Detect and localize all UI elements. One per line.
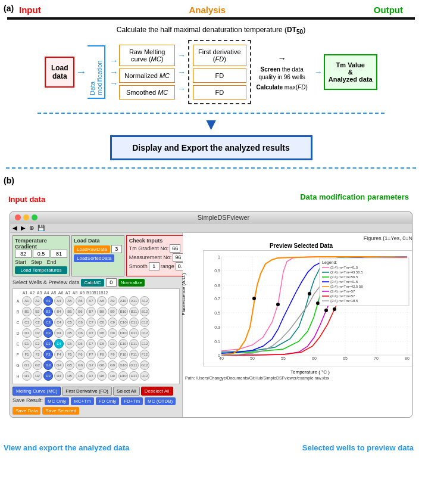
well-d8[interactable]: D8 [97, 328, 107, 338]
well-b4[interactable]: B4 [54, 307, 64, 316]
well-g5[interactable]: G5 [65, 360, 74, 370]
well-e1[interactable]: E1 [22, 339, 32, 349]
temp-start-input[interactable] [15, 250, 32, 258]
well-a3[interactable]: A3 [43, 296, 53, 306]
normalize-btn[interactable]: Normalize [118, 279, 145, 287]
well-e9[interactable]: E9 [108, 339, 117, 349]
well-f1[interactable]: F1 [22, 350, 32, 359]
well-g7[interactable]: G7 [86, 360, 96, 370]
well-f8[interactable]: F8 [97, 350, 107, 359]
well-f10[interactable]: F10 [118, 350, 128, 359]
well-f11[interactable]: F11 [129, 350, 139, 359]
load-temps-btn[interactable]: Load Temperatures [15, 266, 67, 274]
well-c8[interactable]: C8 [97, 318, 107, 327]
well-b2[interactable]: B2 [33, 307, 42, 316]
well-e3[interactable]: E3 [43, 339, 53, 349]
tab-mc[interactable]: Melting Curve (MC) [12, 387, 61, 396]
well-e6[interactable]: E6 [76, 339, 85, 349]
calc-mc-btn[interactable]: CalcMC [81, 279, 104, 287]
save-fd-tm-btn[interactable]: FD+Tm [121, 397, 143, 405]
well-e10[interactable]: E10 [118, 339, 128, 349]
well-g3[interactable]: G3 [43, 360, 53, 370]
well-g2[interactable]: G2 [33, 360, 42, 370]
well-c2[interactable]: C2 [33, 318, 42, 327]
well-h8[interactable]: H8 [97, 371, 107, 381]
well-f7[interactable]: F7 [86, 350, 96, 359]
well-h1[interactable]: H1 [22, 371, 32, 381]
well-d6[interactable]: D6 [76, 328, 85, 338]
well-a2[interactable]: A2 [33, 296, 42, 306]
temp-step-input[interactable] [33, 250, 49, 258]
well-h4[interactable]: H4 [54, 371, 64, 381]
well-e5[interactable]: E5 [65, 339, 74, 349]
temp-end-input[interactable] [51, 250, 67, 258]
well-h9[interactable]: H9 [108, 371, 117, 381]
well-e11[interactable]: E11 [129, 339, 139, 349]
well-c5[interactable]: C5 [65, 318, 74, 327]
well-g12[interactable]: G12 [140, 360, 149, 370]
well-b8[interactable]: B8 [97, 307, 107, 316]
well-d3[interactable]: D3 [43, 328, 53, 338]
well-g11[interactable]: G11 [129, 360, 139, 370]
save-mc-only-btn[interactable]: MC Only [45, 397, 69, 405]
well-g4[interactable]: G4 [54, 360, 64, 370]
well-c6[interactable]: C6 [76, 318, 85, 327]
well-b6[interactable]: B6 [76, 307, 85, 316]
well-h5[interactable]: H5 [65, 371, 74, 381]
well-h2[interactable]: H2 [33, 371, 42, 381]
well-f12[interactable]: F12 [140, 350, 149, 359]
save-data-btn[interactable]: Save Data [12, 407, 40, 415]
well-h11[interactable]: H11 [129, 371, 139, 381]
well-a5[interactable]: A5 [65, 296, 74, 306]
save-mc-otdb-btn[interactable]: MC (OTDB) [145, 397, 176, 405]
well-b7[interactable]: B7 [86, 307, 96, 316]
well-e12[interactable]: E12 [140, 339, 149, 349]
well-f5[interactable]: F5 [65, 350, 74, 359]
well-d7[interactable]: D7 [86, 328, 96, 338]
well-c3[interactable]: C3 [43, 318, 53, 327]
well-b1[interactable]: B1 [22, 307, 32, 316]
well-g9[interactable]: G9 [108, 360, 117, 370]
well-a12[interactable]: A12 [140, 296, 149, 306]
load-raw-btn[interactable]: LoadRawData [74, 245, 110, 253]
toolbar-back[interactable]: ◀ [12, 225, 17, 231]
well-d4[interactable]: D4 [54, 328, 64, 338]
well-g6[interactable]: G6 [76, 360, 85, 370]
well-a8[interactable]: A8 [97, 296, 107, 306]
well-d12[interactable]: D12 [140, 328, 149, 338]
well-d11[interactable]: D11 [129, 328, 139, 338]
window-close-btn[interactable] [15, 214, 21, 220]
well-a10[interactable]: A10 [118, 296, 128, 306]
toolbar-save[interactable]: 💾 [37, 225, 45, 231]
save-selected-btn[interactable]: Save Selected [42, 407, 79, 415]
well-e2[interactable]: E2 [33, 339, 42, 349]
well-a6[interactable]: A6 [76, 296, 85, 306]
toolbar-zoom[interactable]: ⊕ [29, 225, 34, 231]
well-d5[interactable]: D5 [65, 328, 74, 338]
well-h12[interactable]: H12 [140, 371, 149, 381]
save-fd-only-btn[interactable]: FD Only [96, 397, 119, 405]
well-b5[interactable]: B5 [65, 307, 74, 316]
tab-fd[interactable]: First Derivative (FD) [62, 387, 112, 396]
tab-deselect[interactable]: Deselect All [141, 387, 173, 396]
well-c1[interactable]: C1 [22, 318, 32, 327]
well-c7[interactable]: C7 [86, 318, 96, 327]
well-d2[interactable]: D2 [33, 328, 42, 338]
well-c4[interactable]: C4 [54, 318, 64, 327]
well-h6[interactable]: H6 [76, 371, 85, 381]
well-h7[interactable]: H7 [86, 371, 96, 381]
well-h3[interactable]: H3 [43, 371, 53, 381]
well-f9[interactable]: F9 [108, 350, 117, 359]
well-h10[interactable]: H10 [118, 371, 128, 381]
well-a7[interactable]: A7 [86, 296, 96, 306]
well-f6[interactable]: F6 [76, 350, 85, 359]
well-d9[interactable]: D9 [108, 328, 117, 338]
well-c9[interactable]: C9 [108, 318, 117, 327]
well-b10[interactable]: B10 [118, 307, 128, 316]
well-d1[interactable]: D1 [22, 328, 32, 338]
well-c10[interactable]: C10 [118, 318, 128, 327]
save-mc-tm-btn[interactable]: MC+Tm [71, 397, 94, 405]
well-g1[interactable]: G1 [22, 360, 32, 370]
well-a11[interactable]: A11 [129, 296, 139, 306]
well-f4[interactable]: F4 [54, 350, 64, 359]
